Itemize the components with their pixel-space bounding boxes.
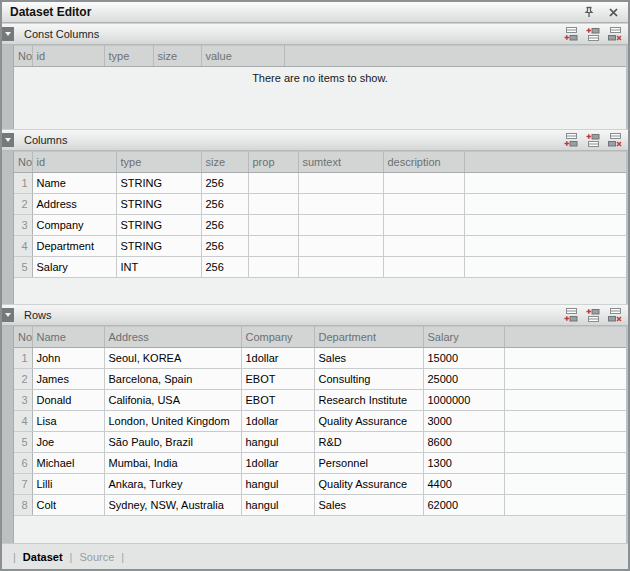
section-header-columns[interactable]: Columns [2, 129, 628, 151]
cell[interactable] [248, 194, 298, 215]
cell[interactable]: 62000 [423, 495, 504, 516]
insert-row-icon[interactable] [585, 133, 600, 147]
row-number[interactable]: 8 [14, 495, 32, 516]
chevron-down-icon[interactable] [2, 27, 14, 41]
cell[interactable]: STRING [116, 236, 201, 257]
row-number[interactable]: 4 [14, 411, 32, 432]
cell[interactable]: hangul [241, 474, 314, 495]
row-number[interactable]: 2 [14, 194, 32, 215]
cell[interactable]: STRING [116, 215, 201, 236]
cell[interactable] [383, 236, 464, 257]
cell[interactable]: Barcelona, Spain [104, 369, 241, 390]
row-number[interactable]: 1 [14, 173, 32, 194]
cell[interactable]: 1dollar [241, 348, 314, 369]
cell[interactable]: STRING [116, 194, 201, 215]
cell[interactable]: Address [32, 194, 116, 215]
cell[interactable]: 256 [201, 257, 248, 278]
cell[interactable] [298, 215, 383, 236]
cell[interactable] [298, 194, 383, 215]
section-header-rows[interactable]: Rows [2, 304, 628, 326]
cell[interactable]: Ankara, Turkey [104, 474, 241, 495]
add-row-icon[interactable] [563, 27, 578, 41]
cell[interactable]: Quality Assurance [314, 411, 423, 432]
tab-dataset[interactable]: Dataset [23, 551, 63, 563]
row-number[interactable]: 5 [14, 257, 32, 278]
cell[interactable]: 4400 [423, 474, 504, 495]
cell[interactable]: 15000 [423, 348, 504, 369]
row-number[interactable]: 1 [14, 348, 32, 369]
cell[interactable]: São Paulo, Brazil [104, 432, 241, 453]
cell[interactable]: hangul [241, 495, 314, 516]
cell[interactable]: Lilli [32, 474, 104, 495]
row-number[interactable]: 2 [14, 369, 32, 390]
cell[interactable]: Sales [314, 348, 423, 369]
chevron-down-icon[interactable] [2, 133, 14, 147]
row-number[interactable]: 6 [14, 453, 32, 474]
cell[interactable]: Department [32, 236, 116, 257]
cell[interactable]: EBOT [241, 369, 314, 390]
cell[interactable]: Lisa [32, 411, 104, 432]
cell[interactable]: 256 [201, 194, 248, 215]
cell[interactable]: Seoul, KOREA [104, 348, 241, 369]
cell[interactable] [383, 215, 464, 236]
cell[interactable] [383, 257, 464, 278]
cell[interactable]: Donald [32, 390, 104, 411]
cell[interactable]: Sales [314, 495, 423, 516]
cell[interactable]: STRING [116, 173, 201, 194]
cell[interactable]: 1000000 [423, 390, 504, 411]
cell[interactable]: 25000 [423, 369, 504, 390]
cell[interactable] [248, 257, 298, 278]
cell[interactable]: hangul [241, 432, 314, 453]
cell[interactable]: EBOT [241, 390, 314, 411]
cell[interactable]: Name [32, 173, 116, 194]
pin-icon[interactable] [582, 5, 596, 19]
cell[interactable]: Company [32, 215, 116, 236]
cell[interactable]: R&D [314, 432, 423, 453]
close-icon[interactable] [606, 5, 620, 19]
cell[interactable]: 8600 [423, 432, 504, 453]
row-number[interactable]: 3 [14, 215, 32, 236]
add-row-icon[interactable] [563, 308, 578, 322]
tab-source[interactable]: Source [79, 551, 114, 563]
cell[interactable] [298, 257, 383, 278]
cell[interactable]: 3000 [423, 411, 504, 432]
cell[interactable] [383, 194, 464, 215]
delete-row-icon[interactable] [607, 27, 622, 41]
row-number[interactable]: 4 [14, 236, 32, 257]
delete-row-icon[interactable] [607, 308, 622, 322]
cell[interactable]: Mumbai, India [104, 453, 241, 474]
section-header-const-columns[interactable]: Const Columns [2, 23, 628, 45]
cell[interactable] [383, 173, 464, 194]
cell[interactable]: 256 [201, 236, 248, 257]
cell[interactable]: 1300 [423, 453, 504, 474]
cell[interactable]: Califonia, USA [104, 390, 241, 411]
cell[interactable]: Quality Assurance [314, 474, 423, 495]
insert-row-icon[interactable] [585, 27, 600, 41]
add-row-icon[interactable] [563, 133, 578, 147]
cell[interactable]: Research Institute [314, 390, 423, 411]
row-number[interactable]: 5 [14, 432, 32, 453]
cell[interactable] [248, 173, 298, 194]
cell[interactable]: John [32, 348, 104, 369]
cell[interactable]: Personnel [314, 453, 423, 474]
cell[interactable]: London, United Kingdom [104, 411, 241, 432]
chevron-down-icon[interactable] [2, 308, 14, 322]
cell[interactable]: Joe [32, 432, 104, 453]
delete-row-icon[interactable] [607, 133, 622, 147]
cell[interactable]: Consulting [314, 369, 423, 390]
cell[interactable] [298, 173, 383, 194]
cell[interactable]: Salary [32, 257, 116, 278]
row-number[interactable]: 7 [14, 474, 32, 495]
cell[interactable]: 1dollar [241, 453, 314, 474]
cell[interactable]: Michael [32, 453, 104, 474]
cell[interactable]: INT [116, 257, 201, 278]
insert-row-icon[interactable] [585, 308, 600, 322]
cell[interactable] [298, 236, 383, 257]
cell[interactable]: 256 [201, 215, 248, 236]
cell[interactable] [248, 236, 298, 257]
cell[interactable]: James [32, 369, 104, 390]
cell[interactable]: Sydney, NSW, Australia [104, 495, 241, 516]
row-number[interactable]: 3 [14, 390, 32, 411]
cell[interactable] [248, 215, 298, 236]
cell[interactable]: Colt [32, 495, 104, 516]
